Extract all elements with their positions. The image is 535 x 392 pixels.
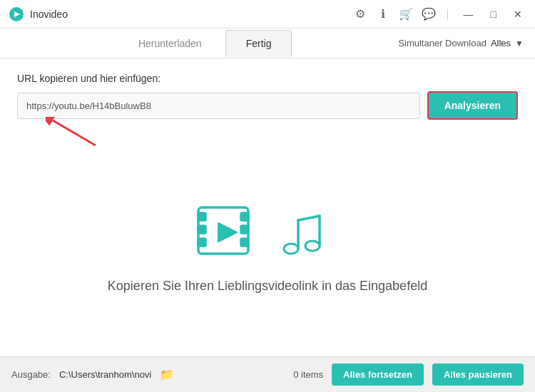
items-count: 0 items	[293, 369, 323, 380]
illustration-icons	[193, 200, 342, 264]
arrow-area	[17, 123, 518, 151]
cart-icon[interactable]: 🛒	[399, 7, 413, 21]
url-input[interactable]	[17, 93, 420, 119]
svg-rect-9	[241, 226, 248, 233]
url-input-wrapper	[17, 93, 420, 119]
minimize-button[interactable]: —	[459, 7, 478, 21]
output-label: Ausgabe:	[11, 369, 51, 380]
resume-all-button[interactable]: Alles fortsetzen	[332, 363, 424, 386]
simultaneous-download-section: Simultaner Download Alles ▼	[398, 38, 524, 48]
svg-point-15	[305, 241, 320, 251]
red-arrow-icon	[46, 117, 103, 153]
tab-bar: Herunterladen Fertig Simultaner Download…	[0, 29, 535, 58]
info-icon[interactable]: ℹ	[376, 7, 390, 21]
maximize-button[interactable]: □	[486, 7, 501, 21]
simultaneous-label: Simultaner Download	[398, 38, 486, 48]
folder-icon[interactable]: 📁	[160, 368, 174, 381]
illustration-area: Kopieren Sie Ihren Lieblingsvideolink in…	[17, 151, 518, 342]
svg-rect-6	[198, 226, 205, 233]
settings-icon[interactable]: ⚙	[353, 7, 367, 21]
svg-rect-10	[241, 239, 248, 246]
tab-fertig[interactable]: Fertig	[225, 30, 292, 57]
pause-all-button[interactable]: Alles pausieren	[432, 363, 524, 386]
status-bar: Ausgabe: C:\Users\tranhom\novi 📁 0 items…	[0, 356, 535, 392]
close-button[interactable]: ✕	[509, 7, 526, 21]
chat-icon[interactable]: 💬	[422, 7, 436, 21]
svg-rect-5	[198, 213, 205, 220]
main-content: URL kopieren und hier einfügen: Analysie…	[0, 58, 535, 356]
svg-line-3	[53, 120, 96, 145]
window-controls: ⚙ ℹ 🛒 💬 — □ ✕	[353, 7, 526, 21]
app-logo	[9, 6, 24, 22]
output-path: C:\Users\tranhom\novi	[59, 369, 151, 380]
svg-rect-7	[198, 239, 205, 246]
simultaneous-dropdown-arrow[interactable]: ▼	[515, 38, 524, 48]
illustration-text: Kopieren Sie Ihren Lieblingsvideolink in…	[108, 279, 427, 294]
separator	[447, 9, 448, 19]
svg-rect-8	[241, 213, 248, 220]
analyze-button[interactable]: Analysieren	[427, 91, 518, 120]
simultaneous-value: Alles	[491, 38, 511, 48]
url-section-label: URL kopieren und hier einfügen:	[17, 73, 518, 84]
tab-herunterladen[interactable]: Herunterladen	[118, 30, 223, 57]
film-strip-icon	[193, 200, 264, 264]
app-name: Inovideo	[30, 9, 353, 20]
svg-marker-11	[218, 223, 237, 242]
music-notes-icon	[278, 200, 342, 264]
title-bar: Inovideo ⚙ ℹ 🛒 💬 — □ ✕	[0, 0, 535, 29]
svg-point-12	[284, 244, 298, 254]
svg-line-14	[298, 216, 320, 220]
url-row: Analysieren	[17, 91, 518, 120]
